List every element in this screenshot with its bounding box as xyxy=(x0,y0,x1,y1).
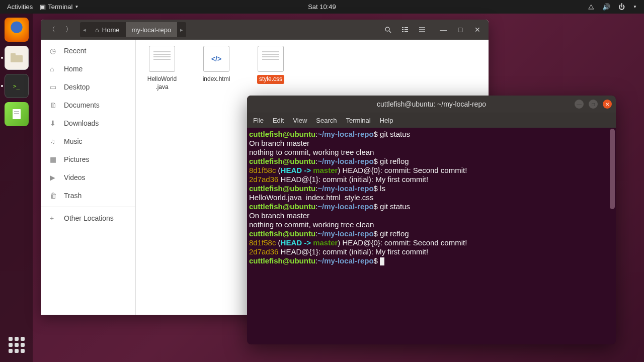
sidebar-item-label: Downloads xyxy=(64,119,99,127)
files-header: 〈 〉 ◂ ⌂ Home my-local-repo ▸ — □ ✕ xyxy=(41,20,489,40)
terminal-menu-file[interactable]: File xyxy=(253,117,264,124)
path-home-label: Home xyxy=(102,26,120,34)
dock-terminal[interactable]: >_ xyxy=(5,74,29,98)
sidebar-item-documents[interactable]: 🗎Documents xyxy=(41,96,135,114)
terminal-menu-search[interactable]: Search xyxy=(316,117,337,124)
file-icon xyxy=(149,46,175,72)
list-icon xyxy=(401,26,409,33)
svg-point-5 xyxy=(385,27,389,31)
svg-rect-10 xyxy=(405,29,408,30)
sidebar-item-desktop[interactable]: ▭Desktop xyxy=(41,78,135,96)
svg-rect-11 xyxy=(402,31,404,32)
nav-back-button[interactable]: 〈 xyxy=(44,22,60,37)
sidebar-item-label: Music xyxy=(64,137,83,145)
sidebar-item-trash[interactable]: 🗑Trash xyxy=(41,187,135,205)
sidebar-icon: ⌂ xyxy=(50,65,58,73)
terminal-minimize-button[interactable]: — xyxy=(575,100,584,109)
chevron-right-icon[interactable]: ▸ xyxy=(177,27,186,33)
sidebar-item-label: Pictures xyxy=(64,155,90,163)
file-label: index.html xyxy=(201,75,232,84)
terminal-titlebar[interactable]: cuttlefish@ubuntu: ~/my-local-repo — □ ✕ xyxy=(247,96,616,113)
terminal-body[interactable]: cuttlefish@ubuntu:~/my-local-repo$ git s… xyxy=(247,128,616,344)
maximize-button[interactable]: □ xyxy=(452,22,468,37)
chevron-left-icon[interactable]: ◂ xyxy=(80,27,89,33)
files-sidebar: ◷Recent⌂Home▭Desktop🗎Documents⬇Downloads… xyxy=(41,40,136,315)
svg-rect-2 xyxy=(13,109,21,119)
file-item[interactable]: HelloWorld .java xyxy=(144,46,180,92)
app-menu[interactable]: ▣ Terminal ▼ xyxy=(40,3,78,11)
file-icon: </> xyxy=(203,46,229,72)
file-icon xyxy=(258,46,284,72)
terminal-window: cuttlefish@ubuntu: ~/my-local-repo — □ ✕… xyxy=(247,96,616,344)
path-current[interactable]: my-local-repo xyxy=(126,22,178,37)
sidebar-icon: ▦ xyxy=(50,155,58,163)
close-button[interactable]: ✕ xyxy=(469,22,486,37)
activities-button[interactable]: Activities xyxy=(7,3,33,11)
svg-rect-9 xyxy=(402,29,404,30)
sidebar-item-label: Recent xyxy=(64,47,86,55)
search-button[interactable] xyxy=(380,22,396,37)
sidebar-item-label: Home xyxy=(64,65,83,73)
chevron-down-icon[interactable]: ▼ xyxy=(633,5,637,9)
terminal-icon: ▣ xyxy=(40,3,46,11)
terminal-title-text: cuttlefish@ubuntu: ~/my-local-repo xyxy=(377,100,486,108)
sidebar-item-downloads[interactable]: ⬇Downloads xyxy=(41,114,135,132)
svg-line-6 xyxy=(389,31,391,33)
sidebar-item-label: Videos xyxy=(64,173,86,182)
svg-rect-12 xyxy=(405,31,408,32)
dock-notepad[interactable] xyxy=(5,102,29,126)
terminal-close-button[interactable]: ✕ xyxy=(603,100,612,109)
terminal-menu-view[interactable]: View xyxy=(293,117,307,124)
app-menu-label: Terminal xyxy=(48,3,72,11)
file-item[interactable]: </>index.html xyxy=(198,46,234,84)
dock-files[interactable] xyxy=(5,46,29,70)
nav-forward-button[interactable]: 〉 xyxy=(61,22,77,37)
folder-icon xyxy=(10,52,24,63)
sidebar-item-label: Trash xyxy=(64,192,82,200)
network-icon[interactable]: ⧋ xyxy=(588,3,594,11)
path-home[interactable]: ⌂ Home xyxy=(89,22,126,37)
search-icon xyxy=(384,26,391,33)
sidebar-icon: ▶ xyxy=(50,173,58,182)
sidebar-item-home[interactable]: ⌂Home xyxy=(41,60,135,78)
terminal-maximize-button[interactable]: □ xyxy=(589,100,598,109)
file-label: HelloWorld .java xyxy=(144,75,180,92)
file-item[interactable]: style.css xyxy=(253,46,289,84)
sidebar-icon: ⬇ xyxy=(50,119,58,127)
terminal-menu-edit[interactable]: Edit xyxy=(273,117,284,124)
volume-icon[interactable]: 🔊 xyxy=(602,3,610,11)
dock-firefox[interactable] xyxy=(5,18,29,42)
dock: >_ xyxy=(0,14,33,362)
sidebar-item-recent[interactable]: ◷Recent xyxy=(41,42,135,60)
sidebar-item-pictures[interactable]: ▦Pictures xyxy=(41,150,135,168)
sidebar-icon: ♫ xyxy=(50,137,58,145)
view-list-button[interactable] xyxy=(397,22,413,37)
sidebar-item-videos[interactable]: ▶Videos xyxy=(41,168,135,187)
terminal-menu-terminal[interactable]: Terminal xyxy=(346,117,371,124)
sidebar-icon: ▭ xyxy=(50,83,58,91)
sidebar-item-label: Other Locations xyxy=(64,214,114,222)
clock[interactable]: Sat 10:49 xyxy=(308,3,336,11)
path-bar[interactable]: ◂ ⌂ Home my-local-repo ▸ xyxy=(80,22,186,37)
home-icon: ⌂ xyxy=(95,26,99,34)
sidebar-item-other-locations[interactable]: +Other Locations xyxy=(41,207,135,227)
svg-rect-0 xyxy=(11,55,23,62)
hamburger-button[interactable] xyxy=(414,22,430,37)
sidebar-icon: ◷ xyxy=(50,47,58,55)
terminal-scrollbar[interactable] xyxy=(610,129,615,209)
sidebar-item-label: Desktop xyxy=(64,83,90,91)
chevron-down-icon: ▼ xyxy=(74,5,78,9)
sidebar-icon: 🗎 xyxy=(50,101,58,109)
power-icon[interactable]: ⏻ xyxy=(618,3,625,11)
sidebar-icon: 🗑 xyxy=(50,192,58,200)
terminal-menubar: FileEditViewSearchTerminalHelp xyxy=(247,113,616,128)
svg-rect-8 xyxy=(405,27,408,28)
sidebar-item-music[interactable]: ♫Music xyxy=(41,132,135,150)
sidebar-item-label: Documents xyxy=(64,101,100,109)
file-label: style.css xyxy=(257,75,284,84)
notepad-icon xyxy=(10,107,24,121)
dock-apps-button[interactable] xyxy=(5,333,29,357)
terminal-menu-help[interactable]: Help xyxy=(380,117,393,124)
minimize-button[interactable]: — xyxy=(435,22,451,37)
svg-rect-1 xyxy=(11,53,16,56)
